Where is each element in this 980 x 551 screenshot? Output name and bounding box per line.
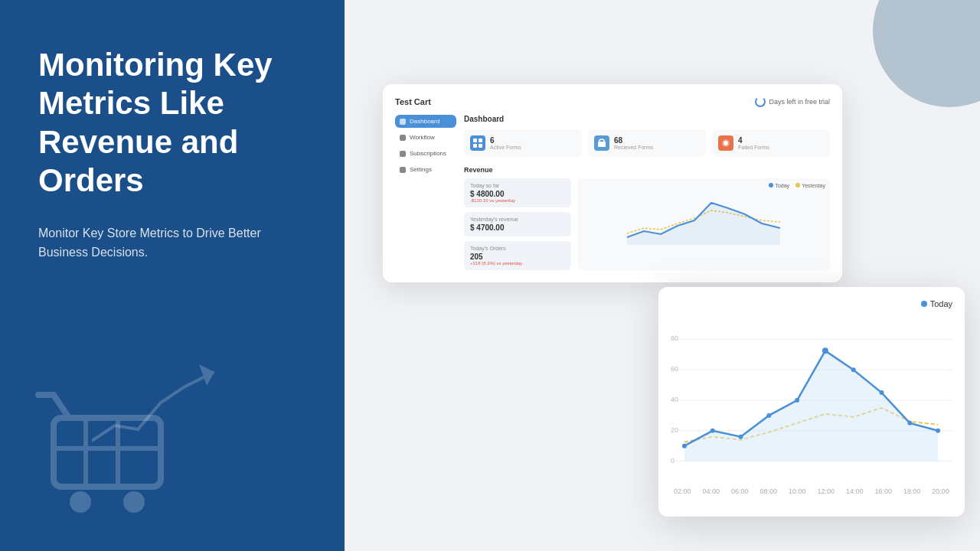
stat-info-failed: 4 Failed Forms (738, 136, 769, 150)
stat-label-failed: Failed Forms (738, 145, 769, 150)
rev-orders-label: Today's Orders (470, 246, 565, 251)
x-label-9: 18:00 (903, 487, 921, 495)
chart-legend-row: Today (671, 299, 952, 308)
revenue-label: Revenue (464, 166, 830, 174)
rev-card-yesterday: Yesterday's revenue $ 4700.00 (464, 212, 571, 236)
svg-point-33 (880, 390, 884, 395)
x-label-7: 14:00 (846, 487, 864, 495)
mock-main-content: Dashboard 6 (464, 115, 830, 270)
stat-card-active: 6 Active Forms (464, 129, 582, 157)
main-heading: Monitoring Key Metrics Like Revenue and … (38, 46, 306, 201)
revenue-body: Today so far $ 4800.00 -$120.10 vs yeste… (464, 178, 830, 270)
svg-rect-9 (473, 144, 477, 148)
stat-info-received: 68 Received Forms (614, 136, 653, 150)
x-label-1: 02:00 (674, 487, 691, 495)
svg-text:40: 40 (671, 396, 678, 403)
stat-label-active: Active Forms (490, 145, 521, 150)
svg-point-6 (123, 491, 145, 513)
svg-marker-0 (199, 364, 214, 386)
cart-decoration (31, 372, 184, 528)
svg-text:80: 80 (671, 334, 678, 342)
chart-main-svg: 0 20 40 60 80 (671, 316, 952, 484)
sub-description: Monitor Key Store Metrics to Drive Bette… (38, 223, 268, 262)
mock-sidebar: Dashboard Workflow Subscriptions Setting… (395, 115, 456, 270)
x-label-6: 12:00 (817, 487, 835, 495)
dashboard-mockup: Test Cart Days left in free trial Dashbo… (383, 84, 842, 282)
nav-dot (400, 119, 406, 125)
rev-today-val: $ 4800.00 (470, 190, 565, 198)
x-label-5: 10:00 (789, 487, 806, 495)
left-panel: Monitoring Key Metrics Like Revenue and … (0, 0, 345, 551)
svg-marker-14 (627, 203, 780, 245)
svg-rect-10 (479, 144, 482, 148)
x-label-3: 06:00 (731, 487, 749, 495)
nav-dot (400, 167, 406, 173)
stat-num-received: 68 (614, 136, 653, 145)
svg-point-13 (724, 141, 728, 145)
stat-icon-received (594, 135, 609, 151)
svg-rect-7 (473, 139, 477, 142)
revenue-cards: Today so far $ 4800.00 -$120.10 vs yeste… (464, 178, 571, 270)
stat-num-active: 6 (490, 136, 521, 145)
svg-rect-1 (54, 418, 161, 487)
deco-circle (873, 0, 980, 107)
nav-dot (400, 151, 406, 157)
svg-text:60: 60 (671, 365, 678, 373)
svg-point-35 (936, 429, 940, 433)
svg-point-28 (739, 435, 743, 439)
rev-card-orders: Today's Orders 205 +218 (8.3%) vs yester… (464, 241, 571, 270)
rev-yesterday-val: $ 4700.00 (470, 223, 565, 232)
svg-rect-8 (479, 139, 482, 142)
legend-yesterday: Yesterday (795, 183, 825, 188)
rev-today-label: Today so far (470, 183, 565, 188)
svg-rect-11 (598, 142, 606, 147)
rev-orders-val: 205 (470, 253, 565, 261)
svg-point-31 (822, 347, 828, 354)
nav-subscriptions-label: Subscriptions (410, 150, 446, 157)
nav-settings[interactable]: Settings (395, 163, 456, 176)
today-label: Today (930, 299, 952, 308)
svg-text:0: 0 (671, 457, 675, 465)
mini-chart-legend: Today Yesterday (582, 183, 825, 188)
svg-text:20: 20 (671, 426, 678, 434)
stat-card-failed: 4 Failed Forms (712, 129, 830, 157)
nav-dot (400, 135, 406, 141)
svg-point-30 (795, 398, 799, 403)
svg-marker-25 (684, 350, 938, 461)
legend-today: Today (769, 183, 789, 188)
svg-point-32 (851, 367, 856, 372)
nav-settings-label: Settings (410, 166, 432, 173)
mini-chart-svg (582, 191, 825, 245)
chart-x-labels: 02:00 04:00 06:00 08:00 10:00 12:00 14:0… (671, 487, 952, 495)
big-chart-card: Today 0 20 40 60 80 (658, 287, 965, 517)
mockup-app-title: Test Cart (395, 97, 431, 106)
x-label-10: 20:00 (932, 487, 949, 495)
mockup-header: Test Cart Days left in free trial (395, 96, 830, 107)
chart-legend-today: Today (921, 299, 952, 308)
trial-text: Days left in free trial (769, 98, 830, 106)
svg-point-27 (710, 429, 715, 433)
trial-icon (755, 96, 766, 107)
rev-yesterday-label: Yesterday's revenue (470, 217, 565, 222)
stat-num-failed: 4 (738, 136, 769, 145)
nav-subscriptions[interactable]: Subscriptions (395, 147, 456, 160)
chart-svg-container: 0 20 40 60 80 (671, 316, 952, 484)
today-dot (921, 301, 927, 307)
mockup-trial: Days left in free trial (755, 96, 830, 107)
svg-point-34 (907, 421, 912, 425)
mock-stats-row: 6 Active Forms 68 Re (464, 129, 830, 157)
x-label-8: 16:00 (874, 487, 892, 495)
rev-today-sub: -$120.10 vs yesterday (470, 198, 565, 203)
svg-point-29 (766, 413, 771, 418)
nav-dashboard-label: Dashboard (410, 118, 439, 125)
right-panel: Test Cart Days left in free trial Dashbo… (345, 0, 980, 551)
rev-orders-sub: +218 (8.3%) vs yesterday (470, 261, 565, 266)
nav-dashboard[interactable]: Dashboard (395, 115, 456, 128)
mock-dashboard-title: Dashboard (464, 115, 830, 123)
mock-mini-chart: Today Yesterday (577, 178, 830, 270)
stat-icon-failed (718, 135, 733, 151)
nav-workflow-label: Workflow (410, 134, 435, 141)
stat-icon-active (470, 135, 485, 151)
stat-info-active: 6 Active Forms (490, 136, 521, 150)
nav-workflow[interactable]: Workflow (395, 131, 456, 144)
